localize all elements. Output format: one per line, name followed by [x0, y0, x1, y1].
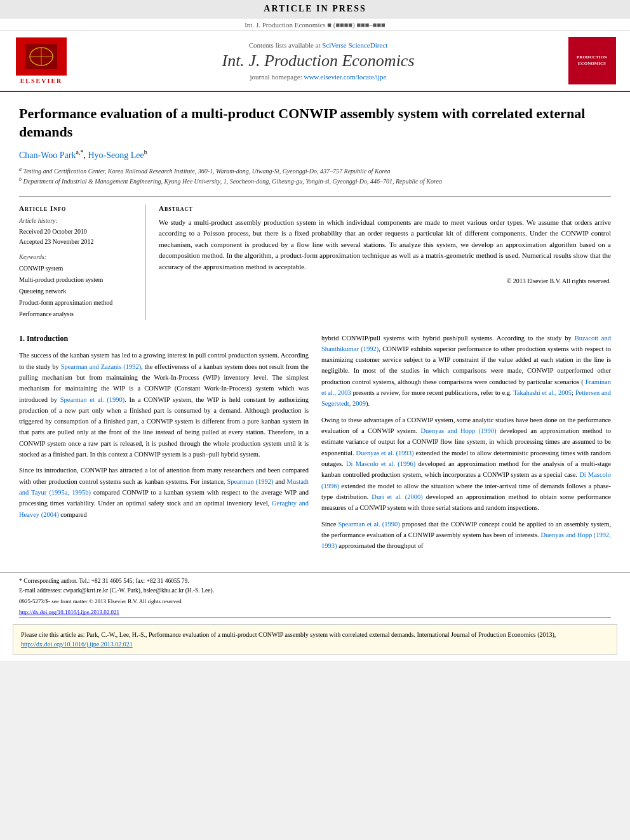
affil-b-marker: b: [19, 177, 22, 182]
article-info-column: Article Info Article history: Received 2…: [19, 204, 146, 320]
intro-para-1: The success of the kanban system has led…: [19, 350, 309, 460]
email-label: E-mail addresses:: [19, 587, 62, 594]
received-line: Received 20 October 2010: [19, 227, 136, 237]
elsevier-logo: ELSEVIER: [13, 37, 70, 84]
ref-duenyas-hopp-1992[interactable]: Duenyas and Hopp (1992, 1993): [321, 531, 611, 549]
doi-link[interactable]: http://dx.doi.org/10.1016/j.ijpe.2013.02…: [19, 609, 119, 615]
right-para-2: Owing to these advantages of a CONWIP sy…: [321, 415, 611, 514]
history-label: Article history:: [19, 217, 136, 224]
abstract-title: Abstract: [159, 204, 611, 212]
right-para-1: hybrid CONWIP/pull systems with hybrid p…: [321, 333, 611, 410]
ref-buzacott[interactable]: Buzacott and Shanthikumar (1992): [321, 335, 611, 352]
issn-line: 0925-5273/$- see front matter © 2013 Els…: [19, 597, 611, 606]
received-date: Received 20 October 2010 Accepted 23 Nov…: [19, 227, 136, 247]
journal-ref-line: Int. J. Production Economics ■ (■■■■) ■■…: [0, 18, 630, 30]
author-lee[interactable]: Hyo-Seong Lee: [88, 150, 144, 160]
ref-geraghty-heavey[interactable]: Geraghty and Heavey (2004): [19, 500, 309, 517]
header-area: ELSEVIER Contents lists available at Sci…: [0, 30, 630, 92]
prod-econ-text: PRODUCTIONECONOMICS: [577, 55, 607, 66]
info-abstract-section: Article Info Article history: Received 2…: [19, 196, 611, 320]
keyword-3: Queueing network: [19, 286, 136, 297]
keyword-4: Product-form approximation method: [19, 297, 136, 309]
main-content: Performance evaluation of a multi-produc…: [0, 92, 630, 563]
footnote-area: * Corresponding author. Tel.: +82 31 460…: [0, 572, 630, 617]
prod-econ-logo: PRODUCTIONECONOMICS: [566, 37, 617, 84]
abstract-copyright: © 2013 Elsevier B.V. All rights reserved…: [159, 277, 611, 284]
sciverse-link: Contents lists available at SciVerse Sci…: [76, 41, 560, 49]
journal-homepage: journal homepage: www.elsevier.com/locat…: [76, 73, 560, 81]
ref-spearman-zazanis[interactable]: Spearman and Zazanis (1992): [61, 363, 141, 370]
corresponding-author-note: * Corresponding author. Tel.: +82 31 460…: [19, 577, 611, 585]
email-addresses: cwpark@krri.re.kr (C.-W. Park), hslee@kh…: [64, 587, 214, 594]
author-park[interactable]: Chan-Woo Park: [19, 150, 76, 160]
ref-duenyas-1993[interactable]: Duenyas et al. (1993): [356, 450, 413, 457]
ref-duenyas-hopp-1990[interactable]: Duenyas and Hopp (1990): [420, 427, 496, 434]
homepage-label: journal homepage:: [250, 73, 302, 81]
affil-b-sup: b: [144, 149, 147, 156]
affiliations: a Testing and Certification Center, Kore…: [19, 166, 611, 187]
article-info-title: Article Info: [19, 204, 136, 212]
col-left: 1. Introduction The success of the kanba…: [19, 333, 309, 557]
keywords-list: CONWIP system Multi-product production s…: [19, 263, 136, 320]
citation-divider: [19, 617, 611, 618]
citation-box: Please cite this article as: Park, C.-W.…: [13, 624, 617, 655]
contents-text: Contents lists available at: [249, 41, 321, 49]
abstract-column: Abstract We study a multi-product assemb…: [159, 204, 611, 320]
authors-line: Chan-Woo Parka,*, Hyo-Seong Leeb: [19, 149, 611, 161]
keywords-label: Keywords:: [19, 253, 136, 260]
elsevier-logo-image: [16, 37, 67, 76]
ref-spearman-1990[interactable]: Spearman et al. (1990): [60, 396, 125, 403]
email-footnote: E-mail addresses: cwpark@krri.re.kr (C.-…: [19, 586, 611, 595]
affiliation-b: Department of Industrial & Management En…: [23, 178, 442, 185]
paper-title: Performance evaluation of a multi-produc…: [19, 105, 611, 141]
citation-prefix: Please cite this article as: Park, C.-W.…: [21, 631, 556, 638]
ref-spearman-1992[interactable]: Spearman (1992): [227, 478, 273, 485]
affil-a-sup: a,*: [76, 149, 83, 156]
ref-dimascolo-1996a[interactable]: Di Mascolo et al. (1996): [346, 460, 415, 467]
ref-duri-2000[interactable]: Duri et al. (2000): [372, 493, 422, 500]
col-right: hybrid CONWIP/pull systems with hybrid p…: [321, 333, 611, 557]
prod-econ-box: PRODUCTIONECONOMICS: [568, 37, 616, 84]
journal-ref-text: Int. J. Production Economics ■ (■■■■) ■■…: [245, 21, 385, 29]
homepage-url[interactable]: www.elsevier.com/locate/ijpe: [304, 73, 386, 81]
article-in-press-banner: ARTICLE IN PRESS: [0, 0, 630, 18]
intro-heading: 1. Introduction: [19, 333, 309, 345]
intro-para-2: Since its introduction, CONWIP has attra…: [19, 465, 309, 520]
sciverse-anchor[interactable]: SciVerse ScienceDirect: [322, 41, 387, 49]
ref-spearman-1990b[interactable]: Spearman et al. (1990): [338, 521, 400, 528]
header-center: Contents lists available at SciVerse Sci…: [76, 37, 560, 84]
affiliation-a: Testing and Certification Center, Korea …: [23, 168, 391, 175]
journal-title: Int. J. Production Economics: [76, 51, 560, 70]
article-in-press-text: ARTICLE IN PRESS: [264, 4, 366, 13]
body-columns: 1. Introduction The success of the kanba…: [19, 333, 611, 557]
keyword-5: Performance analysis: [19, 309, 136, 320]
abstract-text: We study a multi-product assembly produc…: [159, 217, 611, 273]
affil-a-marker: a: [19, 166, 22, 172]
right-para-3: Since Spearman et al. (1990) proposed th…: [321, 519, 611, 552]
keyword-2: Multi-product production system: [19, 274, 136, 286]
elsevier-label: ELSEVIER: [20, 77, 63, 84]
citation-doi-link[interactable]: http://dx.doi.org/10.1016/j.ijpe.2013.02…: [21, 641, 133, 648]
doi-line: http://dx.doi.org/10.1016/j.ijpe.2013.02…: [19, 608, 611, 617]
page: ARTICLE IN PRESS Int. J. Production Econ…: [0, 0, 630, 661]
ref-takahashi[interactable]: Takahashi et al., 2005: [513, 389, 572, 396]
accepted-line: Accepted 23 November 2012: [19, 237, 136, 247]
ref-dimascolo-1996b[interactable]: Di Mascolo (1996): [321, 471, 611, 489]
keyword-1: CONWIP system: [19, 263, 136, 274]
